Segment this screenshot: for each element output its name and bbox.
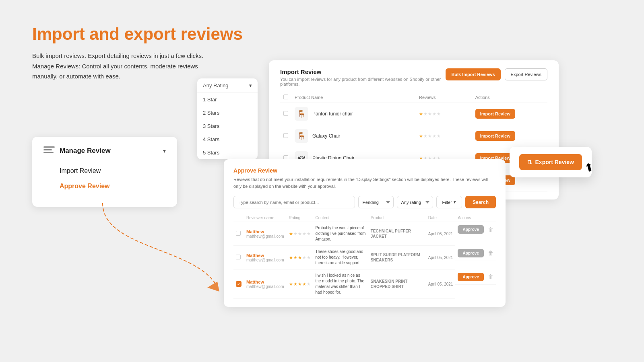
search-button[interactable]: Search bbox=[465, 196, 496, 208]
approve-table: Reviewer name Rating Content Product Dat… bbox=[233, 214, 496, 299]
table-row: Matthew matthew@gmail.com ★★★★★ Probably… bbox=[233, 222, 496, 246]
bulk-import-button[interactable]: Bulk Import Reviews bbox=[446, 68, 500, 80]
import-review-button[interactable]: Import Review bbox=[475, 131, 515, 141]
col-date: Date bbox=[426, 214, 456, 222]
col-product: Product bbox=[368, 214, 426, 222]
star-rating: ★★★★★ bbox=[289, 255, 311, 260]
product-image: 🪑 bbox=[295, 107, 308, 121]
approve-panel-title: Approve Review bbox=[233, 167, 496, 174]
dashed-arrow-decoration bbox=[78, 199, 231, 296]
delete-icon[interactable]: 🗑 bbox=[488, 226, 493, 233]
approve-button[interactable]: Approve bbox=[458, 249, 484, 257]
col-empty2 bbox=[462, 92, 472, 103]
export-review-button[interactable]: ⇅ Export Review bbox=[519, 154, 582, 170]
manage-review-label: Manage Review bbox=[60, 147, 111, 155]
delete-icon[interactable]: 🗑 bbox=[488, 274, 493, 280]
col-content: Content bbox=[313, 214, 368, 222]
col-actions: Actions bbox=[472, 92, 547, 103]
col-rating: Rating bbox=[287, 214, 313, 222]
menu-card: Manage Review ▾ Import Review Approve Re… bbox=[32, 137, 177, 207]
status-select[interactable]: Pending Approved Rejected bbox=[358, 196, 394, 208]
product-image: 🪑 bbox=[295, 129, 308, 143]
approve-search-input[interactable] bbox=[233, 196, 355, 208]
col-product-name: Product Name bbox=[291, 92, 405, 103]
review-date: April 05, 2021 bbox=[428, 282, 453, 286]
product-name: Panton tunior chair bbox=[312, 111, 353, 117]
rating-option-1star[interactable]: 1 Star bbox=[197, 93, 258, 106]
approve-panel-description: Reviews that do not meet your installati… bbox=[233, 176, 496, 189]
import-review-button[interactable]: Import Review bbox=[475, 109, 515, 119]
chevron-down-icon: ▾ bbox=[163, 148, 166, 154]
col-actions: Actions bbox=[455, 214, 496, 222]
menu-lines-icon bbox=[43, 146, 55, 155]
reviewer-email: matthew@gmail.com bbox=[246, 234, 284, 239]
approve-button[interactable]: Approve bbox=[458, 273, 484, 281]
approve-button[interactable]: Approve bbox=[458, 225, 484, 234]
review-date: April 05, 2021 bbox=[428, 255, 453, 260]
reviewer-email: matthew@gmail.com bbox=[246, 284, 284, 289]
star-rating: ★★★★★ bbox=[289, 231, 311, 237]
rating-option-3stars[interactable]: 3 Stars bbox=[197, 119, 258, 133]
import-panel-title: Import Review bbox=[280, 68, 446, 75]
reviewer-name: Matthew bbox=[246, 280, 284, 284]
row-checkbox-checked[interactable]: ✓ bbox=[236, 281, 242, 287]
rating-option-5stars[interactable]: 5 Stars bbox=[197, 146, 258, 159]
table-row: 🪑 Panton tunior chair ★★★★★ Import Revie… bbox=[280, 103, 547, 125]
row-checkbox[interactable] bbox=[283, 111, 288, 116]
review-content: I wish I looked as nice as the model in … bbox=[316, 273, 366, 295]
col-reviewer-name: Reviewer name bbox=[244, 214, 287, 222]
manage-review-item[interactable]: Manage Review ▾ bbox=[43, 146, 166, 155]
rating-option-4stars[interactable]: 4 Stars bbox=[197, 133, 258, 146]
product-name: Galaxy Chair bbox=[312, 133, 340, 139]
approve-review-panel: Approve Review Reviews that do not meet … bbox=[224, 159, 506, 307]
select-all-checkbox[interactable] bbox=[283, 95, 288, 99]
star-rating: ★★★★★ bbox=[419, 134, 458, 139]
row-checkbox[interactable] bbox=[236, 231, 241, 236]
row-checkbox[interactable] bbox=[236, 255, 241, 259]
export-reviews-button[interactable]: Export Reviews bbox=[505, 68, 547, 80]
rating-option-2stars[interactable]: 2 Stars bbox=[197, 106, 258, 119]
rating-dropdown-header[interactable]: Any Rating ▾ bbox=[197, 78, 258, 93]
reviewer-name: Matthew bbox=[246, 253, 284, 258]
page-description: Bulk import reviews. Export detailing re… bbox=[32, 51, 217, 82]
reviewer-name: Matthew bbox=[246, 229, 284, 234]
review-content: Probably the worst piece of clothing I'v… bbox=[316, 225, 366, 242]
export-icon: ⇅ bbox=[527, 159, 532, 165]
review-date: April 05, 2021 bbox=[428, 232, 453, 236]
approve-filters: Pending Approved Rejected Any rating 1 S… bbox=[233, 196, 496, 208]
filter-button[interactable]: Filter ▾ bbox=[436, 196, 462, 208]
col-empty bbox=[405, 92, 416, 103]
export-popup: ⇅ Export Review bbox=[510, 147, 592, 177]
product-name: SNAKESKIN PRINT CROPPED SHIRT bbox=[371, 279, 423, 289]
row-checkbox[interactable] bbox=[283, 133, 288, 138]
delete-icon[interactable]: 🗑 bbox=[488, 250, 493, 256]
approve-review-menu-item[interactable]: Approve Review bbox=[60, 179, 166, 194]
product-name: SPLIT SUEDE PLATFORM SNEAKERS bbox=[371, 252, 423, 263]
import-panel-description: You can import reviews for any product f… bbox=[280, 77, 446, 86]
col-reviews: Reviews bbox=[416, 92, 462, 103]
reviewer-email: matthew@gmail.com bbox=[246, 258, 284, 262]
page-title: Import and export reviews bbox=[32, 24, 612, 44]
chevron-down-icon: ▾ bbox=[249, 82, 252, 88]
product-name: TECHNICAL PUFFER JACKET bbox=[371, 228, 423, 239]
star-rating: ★★★★★ bbox=[289, 282, 311, 287]
table-row: 🪑 Galaxy Chair ★★★★★ Import Review bbox=[280, 125, 547, 147]
table-row: Matthew matthew@gmail.com ★★★★★ These sh… bbox=[233, 246, 496, 269]
table-row: ✓ Matthew matthew@gmail.com ★★★★★ I wish… bbox=[233, 269, 496, 299]
import-review-menu-item[interactable]: Import Review bbox=[60, 163, 166, 179]
rating-dropdown-card: Any Rating ▾ 1 Star 2 Stars 3 Stars 4 St… bbox=[197, 78, 258, 159]
rating-select[interactable]: Any rating 1 Star 2 Stars 3 Stars 4 Star… bbox=[397, 196, 433, 208]
chevron-down-icon: ▾ bbox=[454, 200, 456, 205]
review-content: These shoes are good and not too heavy. … bbox=[316, 249, 366, 266]
star-rating: ★★★★★ bbox=[419, 111, 458, 117]
svg-marker-0 bbox=[207, 282, 219, 292]
